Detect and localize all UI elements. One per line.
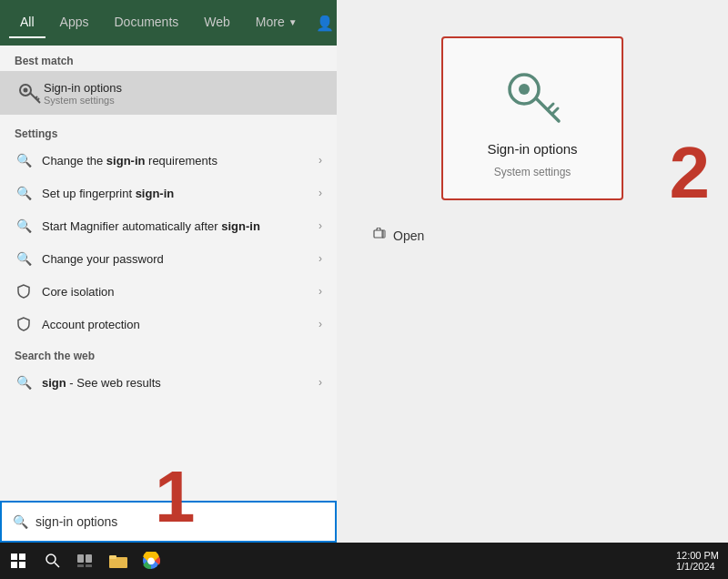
taskbar-fileexplorer-button[interactable] [102, 543, 135, 579]
svg-point-6 [519, 84, 530, 95]
tab-apps[interactable]: Apps [49, 7, 100, 38]
result-title-3: Start Magnifier automatically after sign… [42, 219, 260, 233]
result-title-6: Account protection [42, 318, 140, 331]
chevron-right-icon-5: › [318, 285, 322, 298]
tab-documents[interactable]: Documents [103, 7, 189, 38]
svg-rect-17 [86, 564, 92, 567]
search-icon-4: 🔍 [15, 249, 33, 268]
desktop: All Apps Documents Web More ▼ 👤 [0, 0, 728, 579]
start-menu: All Apps Documents Web More ▼ 👤 [0, 0, 728, 543]
chevron-right-icon-3: › [318, 219, 322, 232]
annotation-2: 2 [670, 137, 711, 209]
chevron-right-icon-6: › [318, 318, 322, 330]
svg-line-3 [35, 96, 37, 98]
result-title-4: Change your password [42, 252, 164, 266]
svg-rect-16 [77, 564, 84, 567]
svg-line-4 [37, 98, 39, 100]
shield-icon-1 [15, 282, 33, 300]
best-match-label: Best match [0, 46, 337, 71]
taskbar-chrome-button[interactable] [135, 543, 167, 579]
svg-rect-19 [109, 555, 116, 559]
key-icon-large [496, 59, 569, 132]
svg-rect-14 [77, 554, 84, 563]
settings-section-label: Settings [0, 118, 337, 144]
result-title-5: Core isolation [42, 285, 115, 299]
tab-all[interactable]: All [9, 7, 46, 38]
result-item-signin-req[interactable]: 🔍 Change the sign-in requirements › [0, 144, 337, 177]
card-title: Sign-in options [487, 141, 577, 157]
svg-rect-15 [86, 554, 92, 563]
search-icon-2: 🔍 [15, 184, 33, 202]
right-panel: Sign-in options System settings Open 2 [337, 0, 728, 543]
results-content: Best match Sign-in options System [0, 46, 337, 501]
web-section-label: Search the web [0, 340, 337, 366]
svg-line-13 [55, 563, 59, 567]
result-item-web-search[interactable]: 🔍 sign - See web results › [0, 366, 337, 399]
chevron-right-icon-2: › [318, 187, 322, 199]
svg-line-8 [548, 104, 553, 109]
best-match-text: Sign-in options System settings [44, 81, 122, 106]
result-item-fingerprint[interactable]: 🔍 Set up fingerprint sign-in › [0, 177, 337, 209]
search-icon-bar: 🔍 [13, 514, 28, 529]
person-icon[interactable]: 👤 [316, 15, 334, 32]
chevron-right-icon-web: › [318, 376, 322, 389]
key-icon [15, 78, 44, 107]
taskbar-time: 12:00 PM1/1/2024 [676, 550, 719, 572]
best-match-item[interactable]: Sign-in options System settings [0, 71, 337, 115]
taskbar: 12:00 PM1/1/2024 [0, 543, 728, 579]
tab-web[interactable]: Web [193, 7, 241, 38]
tab-more[interactable]: More ▼ [245, 7, 308, 38]
taskbar-right: 12:00 PM1/1/2024 [676, 550, 728, 572]
windows-logo-icon [11, 554, 25, 568]
best-match-title: Sign-in options [44, 81, 122, 95]
search-icon-web: 🔍 [15, 373, 33, 391]
open-icon [373, 228, 386, 243]
search-icon-1: 🔍 [15, 151, 33, 169]
taskbar-taskview-button[interactable] [69, 543, 102, 579]
result-web-text: sign - See web results [42, 376, 161, 390]
svg-point-22 [148, 558, 155, 564]
chevron-right-icon-4: › [318, 252, 322, 265]
result-title-1: Change the sign-in requirements [42, 154, 217, 168]
result-item-magnifier[interactable]: 🔍 Start Magnifier automatically after si… [0, 209, 337, 242]
svg-point-12 [46, 554, 56, 564]
result-title-2: Set up fingerprint sign-in [42, 187, 174, 200]
search-icon-3: 🔍 [15, 217, 33, 235]
svg-line-9 [552, 108, 558, 114]
open-option[interactable]: Open [355, 228, 710, 243]
best-match-subtitle: System settings [44, 95, 122, 106]
annotation-1: 1 [155, 461, 196, 533]
start-button[interactable] [0, 543, 36, 579]
result-item-core-isolation[interactable]: Core isolation › [0, 275, 337, 308]
result-item-password[interactable]: 🔍 Change your password › [0, 242, 337, 275]
chevron-down-icon: ▼ [288, 17, 298, 27]
result-item-account-protection[interactable]: Account protection › [0, 308, 337, 340]
open-label: Open [393, 229, 424, 243]
shield-icon-2 [15, 315, 33, 333]
nav-tabs: All Apps Documents Web More ▼ 👤 [0, 0, 337, 46]
signin-options-card[interactable]: Sign-in options System settings [441, 36, 623, 200]
chevron-right-icon-1: › [318, 154, 322, 167]
taskbar-search-button[interactable] [36, 543, 69, 579]
card-subtitle: System settings [494, 166, 571, 178]
svg-point-1 [24, 88, 28, 93]
